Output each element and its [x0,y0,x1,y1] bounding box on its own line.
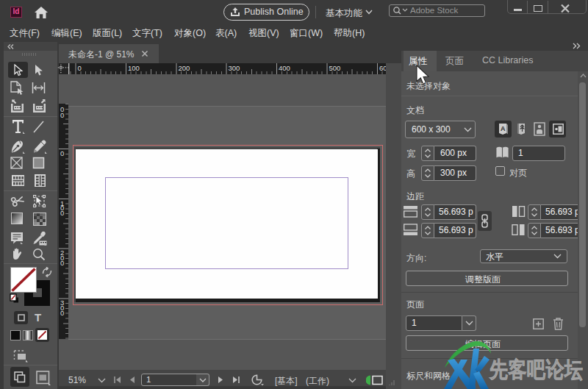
svg-text:60: 60 [379,64,386,72]
svg-text:0: 0 [60,259,64,267]
svg-text:300: 300 [229,64,240,72]
svg-text:0: 0 [78,64,82,72]
svg-text:0: 0 [60,209,64,217]
svg-text:200: 200 [179,64,190,72]
svg-text:0: 0 [60,149,64,157]
svg-text:0: 0 [60,309,64,317]
svg-text:100: 100 [128,64,140,72]
svg-text:0: 0 [60,111,64,119]
svg-text:500: 500 [329,64,341,72]
svg-text:先客吧论坛: 先客吧论坛 [489,357,583,382]
svg-text:A: A [501,125,506,132]
svg-text:400: 400 [279,64,290,72]
